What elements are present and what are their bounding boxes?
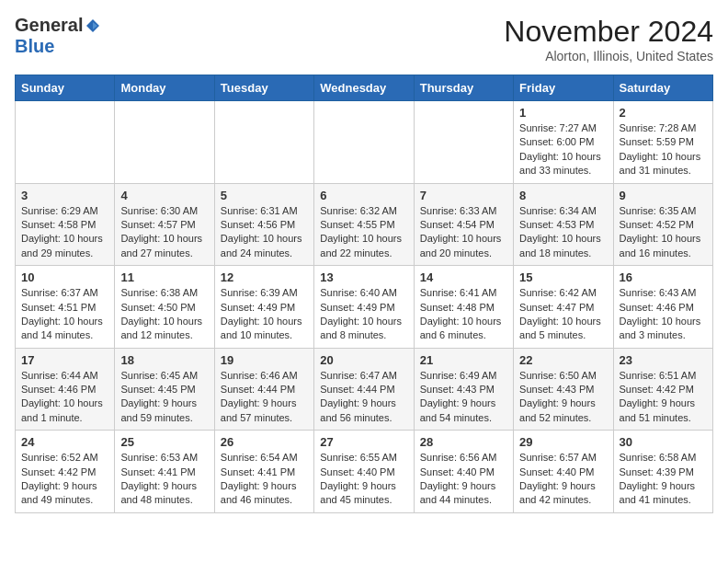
day-info: Sunrise: 6:41 AMSunset: 4:48 PMDaylight:… [420, 286, 507, 343]
day-info: Sunrise: 6:42 AMSunset: 4:47 PMDaylight:… [519, 286, 607, 343]
day-number: 28 [420, 435, 507, 449]
day-info: Sunrise: 6:43 AMSunset: 4:46 PMDaylight:… [620, 286, 707, 343]
weekday-header-sunday: Sunday [16, 75, 115, 101]
day-info: Sunrise: 6:38 AMSunset: 4:50 PMDaylight:… [120, 286, 208, 343]
day-info: Sunrise: 6:33 AMSunset: 4:54 PMDaylight:… [420, 204, 507, 261]
day-info: Sunrise: 6:58 AMSunset: 4:39 PMDaylight:… [620, 451, 707, 508]
day-number: 18 [120, 353, 208, 367]
day-number: 26 [221, 435, 308, 449]
location: Alorton, Illinois, United States [504, 49, 713, 63]
day-info: Sunrise: 6:35 AMSunset: 4:52 PMDaylight:… [620, 204, 707, 261]
calendar-cell: 14Sunrise: 6:41 AMSunset: 4:48 PMDayligh… [414, 266, 513, 349]
day-number: 30 [620, 435, 707, 449]
day-number: 20 [320, 353, 407, 367]
calendar-week-4: 17Sunrise: 6:44 AMSunset: 4:46 PMDayligh… [16, 348, 713, 431]
calendar-cell: 30Sunrise: 6:58 AMSunset: 4:39 PMDayligh… [613, 431, 712, 513]
calendar-cell: 6Sunrise: 6:32 AMSunset: 4:55 PMDaylight… [314, 183, 414, 266]
day-info: Sunrise: 6:45 AMSunset: 4:45 PMDaylight:… [120, 369, 208, 426]
day-info: Sunrise: 6:54 AMSunset: 4:41 PMDaylight:… [221, 451, 308, 508]
day-info: Sunrise: 6:47 AMSunset: 4:44 PMDaylight:… [320, 369, 407, 426]
day-number: 29 [519, 435, 607, 449]
day-info: Sunrise: 6:34 AMSunset: 4:53 PMDaylight:… [519, 204, 607, 261]
day-info: Sunrise: 6:55 AMSunset: 4:40 PMDaylight:… [320, 451, 407, 508]
calendar-week-1: 1Sunrise: 7:27 AMSunset: 6:00 PMDaylight… [16, 101, 713, 184]
day-number: 10 [21, 270, 108, 284]
day-info: Sunrise: 6:56 AMSunset: 4:40 PMDaylight:… [420, 451, 507, 508]
day-info: Sunrise: 7:27 AMSunset: 6:00 PMDaylight:… [519, 121, 607, 178]
day-info: Sunrise: 6:57 AMSunset: 4:40 PMDaylight:… [519, 451, 607, 508]
calendar-cell [314, 101, 414, 184]
day-number: 23 [620, 353, 707, 367]
day-number: 4 [120, 189, 208, 202]
day-number: 15 [519, 270, 607, 284]
day-info: Sunrise: 6:44 AMSunset: 4:46 PMDaylight:… [21, 369, 108, 426]
calendar-cell: 23Sunrise: 6:51 AMSunset: 4:42 PMDayligh… [613, 348, 712, 431]
calendar-cell: 11Sunrise: 6:38 AMSunset: 4:50 PMDayligh… [115, 266, 214, 349]
calendar-cell: 7Sunrise: 6:33 AMSunset: 4:54 PMDaylight… [414, 183, 513, 266]
calendar-cell: 22Sunrise: 6:50 AMSunset: 4:43 PMDayligh… [514, 348, 613, 431]
calendar-cell: 9Sunrise: 6:35 AMSunset: 4:52 PMDaylight… [613, 183, 712, 266]
day-info: Sunrise: 6:53 AMSunset: 4:41 PMDaylight:… [120, 451, 208, 508]
day-number: 3 [21, 189, 108, 202]
calendar-cell: 3Sunrise: 6:29 AMSunset: 4:58 PMDaylight… [16, 183, 115, 266]
calendar-cell [414, 101, 513, 184]
day-info: Sunrise: 6:50 AMSunset: 4:43 PMDaylight:… [519, 369, 607, 426]
calendar-cell: 1Sunrise: 7:27 AMSunset: 6:00 PMDaylight… [514, 101, 613, 184]
logo-icon [85, 17, 101, 34]
calendar-cell: 26Sunrise: 6:54 AMSunset: 4:41 PMDayligh… [214, 431, 313, 513]
day-info: Sunrise: 6:49 AMSunset: 4:43 PMDaylight:… [420, 369, 507, 426]
day-number: 5 [221, 189, 308, 202]
day-number: 19 [221, 353, 308, 367]
day-info: Sunrise: 6:52 AMSunset: 4:42 PMDaylight:… [21, 451, 108, 508]
page-header: General Blue November 2024 Alorton, Illi… [15, 15, 713, 63]
day-info: Sunrise: 6:32 AMSunset: 4:55 PMDaylight:… [320, 204, 407, 261]
calendar-cell [214, 101, 313, 184]
weekday-header-friday: Friday [514, 75, 613, 101]
calendar-cell: 29Sunrise: 6:57 AMSunset: 4:40 PMDayligh… [514, 431, 613, 513]
calendar-week-5: 24Sunrise: 6:52 AMSunset: 4:42 PMDayligh… [16, 431, 713, 513]
calendar-cell: 21Sunrise: 6:49 AMSunset: 4:43 PMDayligh… [414, 348, 513, 431]
calendar-week-2: 3Sunrise: 6:29 AMSunset: 4:58 PMDaylight… [16, 183, 713, 266]
calendar-cell: 5Sunrise: 6:31 AMSunset: 4:56 PMDaylight… [214, 183, 313, 266]
weekday-header-wednesday: Wednesday [314, 75, 414, 101]
calendar-cell: 27Sunrise: 6:55 AMSunset: 4:40 PMDayligh… [314, 431, 414, 513]
calendar-cell: 18Sunrise: 6:45 AMSunset: 4:45 PMDayligh… [115, 348, 214, 431]
day-number: 24 [21, 435, 108, 449]
calendar-cell [16, 101, 115, 184]
title-area: November 2024 Alorton, Illinois, United … [504, 15, 713, 63]
logo-blue-text: Blue [15, 36, 54, 56]
day-number: 12 [221, 270, 308, 284]
day-number: 2 [620, 106, 707, 120]
day-number: 22 [519, 353, 607, 367]
day-number: 27 [320, 435, 407, 449]
day-number: 21 [420, 353, 507, 367]
calendar-header-row: SundayMondayTuesdayWednesdayThursdayFrid… [16, 75, 713, 101]
calendar-cell: 20Sunrise: 6:47 AMSunset: 4:44 PMDayligh… [314, 348, 414, 431]
day-info: Sunrise: 6:51 AMSunset: 4:42 PMDaylight:… [620, 369, 707, 426]
logo-general-text: General [15, 15, 83, 36]
calendar-cell: 19Sunrise: 6:46 AMSunset: 4:44 PMDayligh… [214, 348, 313, 431]
day-number: 14 [420, 270, 507, 284]
calendar-cell: 16Sunrise: 6:43 AMSunset: 4:46 PMDayligh… [613, 266, 712, 349]
day-info: Sunrise: 7:28 AMSunset: 5:59 PMDaylight:… [620, 121, 707, 178]
day-info: Sunrise: 6:37 AMSunset: 4:51 PMDaylight:… [21, 286, 108, 343]
calendar-table: SundayMondayTuesdayWednesdayThursdayFrid… [15, 75, 713, 513]
day-number: 25 [120, 435, 208, 449]
weekday-header-thursday: Thursday [414, 75, 513, 101]
calendar-cell: 17Sunrise: 6:44 AMSunset: 4:46 PMDayligh… [16, 348, 115, 431]
weekday-header-tuesday: Tuesday [214, 75, 313, 101]
day-number: 6 [320, 189, 407, 202]
weekday-header-monday: Monday [115, 75, 214, 101]
day-info: Sunrise: 6:29 AMSunset: 4:58 PMDaylight:… [21, 204, 108, 261]
day-number: 1 [519, 106, 607, 120]
calendar-cell: 10Sunrise: 6:37 AMSunset: 4:51 PMDayligh… [16, 266, 115, 349]
day-info: Sunrise: 6:39 AMSunset: 4:49 PMDaylight:… [221, 286, 308, 343]
month-title: November 2024 [504, 15, 713, 49]
calendar-cell: 2Sunrise: 7:28 AMSunset: 5:59 PMDaylight… [613, 101, 712, 184]
day-number: 16 [620, 270, 707, 284]
calendar-cell: 24Sunrise: 6:52 AMSunset: 4:42 PMDayligh… [16, 431, 115, 513]
day-number: 13 [320, 270, 407, 284]
logo: General Blue [15, 15, 101, 57]
day-info: Sunrise: 6:31 AMSunset: 4:56 PMDaylight:… [221, 204, 308, 261]
calendar-week-3: 10Sunrise: 6:37 AMSunset: 4:51 PMDayligh… [16, 266, 713, 349]
